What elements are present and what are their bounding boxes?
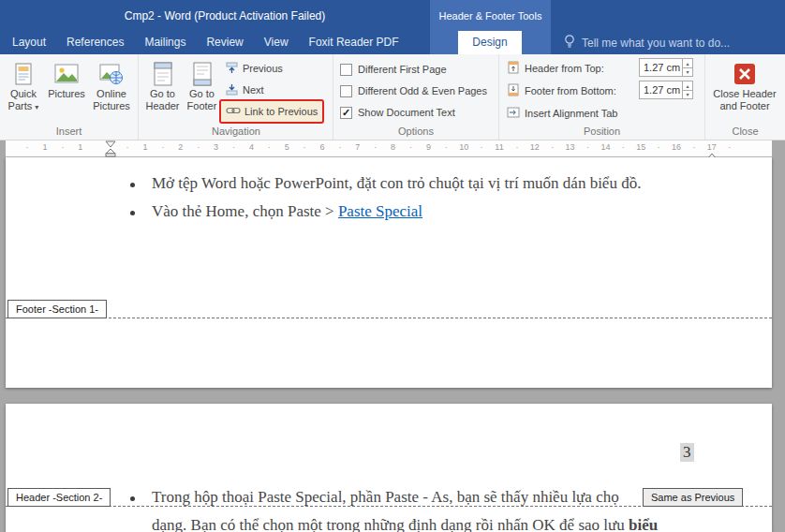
header-from-top-row: Header from Top: <box>507 60 604 77</box>
insert-group-label: Insert <box>0 126 138 137</box>
show-document-text-checkbox[interactable]: ✓ <box>340 107 352 119</box>
contextual-tab-group-header: Header & Footer Tools <box>430 0 551 31</box>
title-bar: Cmp2 - Word (Product Activation Failed) … <box>0 0 785 31</box>
go-to-header-button[interactable]: Go to Header <box>143 57 182 125</box>
ribbon-group-options: Different First Page Different Odd & Eve… <box>333 54 499 140</box>
insert-alignment-tab-button[interactable]: Insert Alignment Tab <box>507 105 617 122</box>
paste-special-link[interactable]: Paste Special <box>338 202 422 220</box>
online-pictures-icon <box>99 60 124 88</box>
document-page-2[interactable]: 3 Trong hộp thoại Paste Special, phần Pa… <box>6 404 772 532</box>
tell-me-box[interactable]: Tell me what you want to do... <box>563 31 730 54</box>
go-to-header-label-1: Go to <box>150 88 175 100</box>
online-pictures-label-1: Online <box>96 88 126 100</box>
header-from-top-icon <box>507 61 520 76</box>
show-document-text-option[interactable]: ✓ Show Document Text <box>340 105 455 120</box>
insert-alignment-tab-label: Insert Alignment Tab <box>525 108 617 119</box>
link-to-previous-icon <box>226 105 241 118</box>
quick-parts-button[interactable]: Quick Parts ▾ <box>2 57 45 125</box>
footer-from-bottom-icon <box>507 83 520 98</box>
different-odd-even-checkbox[interactable] <box>340 85 352 97</box>
header-from-top-spin-arrows[interactable]: ▴ ▾ <box>682 59 692 76</box>
tab-foxit-reader-pdf[interactable]: Foxit Reader PDF <box>299 31 409 54</box>
close-icon <box>733 60 756 88</box>
quick-parts-icon <box>13 60 34 88</box>
navigation-group-label: Navigation <box>140 126 333 137</box>
spin-down-icon[interactable]: ▾ <box>683 91 692 99</box>
word-window: Cmp2 - Word (Product Activation Failed) … <box>0 0 785 532</box>
header-from-top-spinner[interactable]: 1.27 cm ▴ ▾ <box>639 58 693 77</box>
document-page-1[interactable]: Mở tệp Word hoặc PowerPoint, đặt con trỏ… <box>6 157 772 388</box>
footer-from-bottom-spinner[interactable]: 1.27 cm ▴ ▾ <box>639 81 693 99</box>
go-to-header-icon <box>152 60 174 88</box>
next-label: Next <box>243 84 264 96</box>
body-paragraph: dạng. Bạn có thể chọn một trong những đị… <box>152 516 658 532</box>
close-header-footer-label-2: and Footer <box>719 100 769 112</box>
ribbon-group-position: Header from Top: 1.27 cm ▴ ▾ Footer from… <box>499 54 705 140</box>
different-odd-even-label: Different Odd & Even Pages <box>358 85 487 96</box>
show-document-text-label: Show Document Text <box>358 107 455 118</box>
quick-parts-label-2: Parts ▾ <box>8 100 39 113</box>
body-paragraph: Vào thẻ Home, chọn Paste > Paste Special <box>152 202 422 221</box>
previous-button[interactable]: Previous <box>222 59 286 78</box>
footer-from-bottom-spin-arrows[interactable]: ▴ ▾ <box>682 81 692 98</box>
tell-me-label: Tell me what you want to do... <box>582 37 730 50</box>
different-first-page-checkbox[interactable] <box>340 64 352 76</box>
close-group-label: Close <box>705 126 785 137</box>
link-to-previous-button[interactable]: Link to Previous <box>219 99 324 124</box>
footer-from-bottom-row: Footer from Bottom: <box>507 82 616 99</box>
body-paragraph: Mở tệp Word hoặc PowerPoint, đặt con trỏ… <box>152 174 641 193</box>
close-header-footer-button[interactable]: Close Header and Footer <box>709 57 780 125</box>
go-to-footer-icon <box>191 60 214 88</box>
tab-mailings[interactable]: Mailings <box>134 31 196 54</box>
footer-from-bottom-value[interactable]: 1.27 cm <box>640 81 682 98</box>
previous-label: Previous <box>243 63 283 74</box>
bold-text: biểu <box>629 516 658 532</box>
horizontal-ruler[interactable]: ··11·1·2·3·4·5·6·7·8·9·10·11·12·13·14·15… <box>6 140 772 157</box>
pictures-label: Pictures <box>48 88 85 100</box>
pictures-icon <box>54 60 79 88</box>
go-to-footer-button[interactable]: Go to Footer <box>183 57 221 125</box>
footer-section-tag: Footer -Section 1- <box>7 300 107 318</box>
different-first-page-label: Different First Page <box>358 64 447 75</box>
tab-layout[interactable]: Layout <box>2 31 56 54</box>
close-header-footer-label-1: Close Header <box>713 88 776 100</box>
spin-up-icon[interactable]: ▴ <box>683 81 692 91</box>
go-to-footer-label-1: Go to <box>189 88 215 100</box>
header-section-tag: Header -Section 2- <box>7 488 111 507</box>
position-group-label: Position <box>499 126 704 137</box>
ruler-bar: ··11·1·2·3·4·5·6·7·8·9·10·11·12·13·14·15… <box>0 140 785 157</box>
quick-parts-label-1: Quick <box>10 88 37 100</box>
tab-references[interactable]: References <box>56 31 134 54</box>
window-title: Cmp2 - Word (Product Activation Failed) <box>56 9 393 22</box>
options-group-label: Options <box>333 126 498 137</box>
body-paragraph: Trong hộp thoại Paste Special, phần Past… <box>152 488 619 507</box>
page-number: 3 <box>680 443 694 462</box>
spin-down-icon[interactable]: ▾ <box>683 68 692 77</box>
header-from-top-value[interactable]: 1.27 cm <box>640 59 682 76</box>
ribbon-group-navigation: Go to Header Go to Footer Previous <box>140 54 333 140</box>
online-pictures-button[interactable]: Online Pictures <box>87 57 136 125</box>
ribbon-tab-row: Layout References Mailings Review View F… <box>0 31 785 54</box>
link-to-previous-label: Link to Previous <box>244 106 318 117</box>
tab-design-active[interactable]: Design <box>458 31 522 54</box>
ribbon-group-insert: Quick Parts ▾ Pictures Online Pictures I… <box>0 54 139 140</box>
bullet-icon <box>130 183 135 187</box>
tab-view[interactable]: View <box>254 31 299 54</box>
bullet-icon <box>130 211 135 215</box>
ribbon-group-close: Close Header and Footer Close <box>705 54 785 140</box>
dropdown-arrow-icon: ▾ <box>35 103 38 111</box>
previous-icon <box>225 61 239 77</box>
bullet-icon <box>130 496 135 501</box>
online-pictures-label-2: Pictures <box>93 100 130 112</box>
spin-up-icon[interactable]: ▴ <box>683 59 692 68</box>
footer-from-bottom-label: Footer from Bottom: <box>525 85 616 96</box>
ribbon: Quick Parts ▾ Pictures Online Pictures I… <box>0 54 785 140</box>
footer-boundary-line <box>6 318 772 318</box>
different-first-page-option[interactable]: Different First Page <box>340 62 447 77</box>
go-to-header-label-2: Header <box>145 100 179 112</box>
next-icon <box>225 82 239 98</box>
next-button[interactable]: Next <box>222 81 267 99</box>
tab-review[interactable]: Review <box>196 31 253 54</box>
different-odd-even-option[interactable]: Different Odd & Even Pages <box>340 83 487 98</box>
pictures-button[interactable]: Pictures <box>47 57 86 125</box>
